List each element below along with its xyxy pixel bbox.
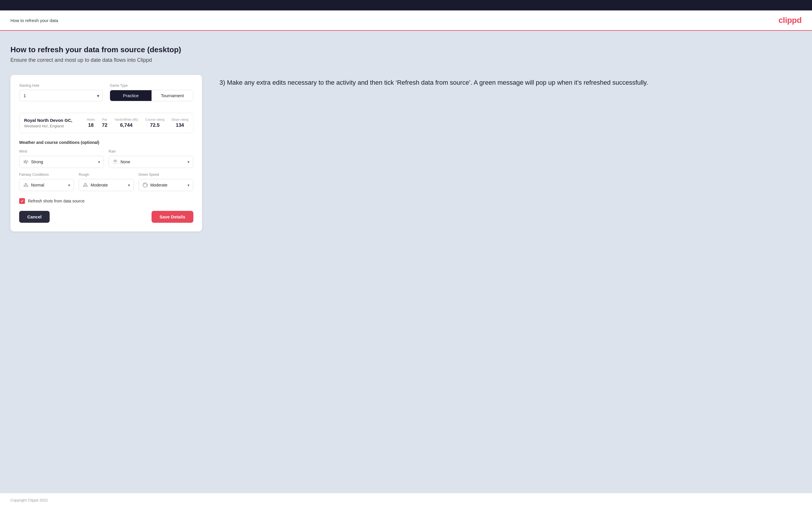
slope-value: 134 xyxy=(171,122,189,128)
rain-icon xyxy=(112,159,118,165)
par-label: Par xyxy=(102,118,107,121)
cancel-button[interactable]: Cancel xyxy=(19,211,50,223)
main-content: How to refresh your data from source (de… xyxy=(0,31,812,493)
page-heading: How to refresh your data from source (de… xyxy=(10,45,802,54)
rain-select[interactable]: None ▾ xyxy=(109,156,193,168)
footer: Copyright Clippd 2022 xyxy=(0,493,812,507)
weather-section: Weather and course conditions (optional)… xyxy=(19,140,193,191)
conditions-grid-bottom: Fairway Conditions Normal ▾ xyxy=(19,173,193,191)
course-stat-holes: Holes 18 xyxy=(87,118,95,128)
rain-label: Rain xyxy=(109,149,193,154)
tournament-toggle-btn[interactable]: Tournament xyxy=(152,90,193,101)
wind-field: Wind Strong ▾ xyxy=(19,149,104,168)
svg-point-0 xyxy=(114,160,116,162)
course-stat-course-rating: Course rating 72.5 xyxy=(145,118,164,128)
copyright-text: Copyright Clippd 2022 xyxy=(10,498,48,502)
slope-label: Slope rating xyxy=(171,118,189,121)
green-speed-chevron-icon: ▾ xyxy=(188,183,190,187)
course-stat-yards: Yards/White (M)) 6,744 xyxy=(114,118,138,128)
side-description-text: 3) Make any extra edits necessary to the… xyxy=(219,78,802,87)
top-bar xyxy=(0,0,812,10)
rough-icon xyxy=(83,182,88,188)
course-location: Westward Ho!, England xyxy=(24,124,80,128)
holes-value: 18 xyxy=(87,122,95,128)
wind-label: Wind xyxy=(19,149,104,154)
side-description: 3) Make any extra edits necessary to the… xyxy=(219,75,802,87)
rain-field: Rain None ▾ xyxy=(109,149,193,168)
course-name: Royal North Devon GC, xyxy=(24,118,80,123)
svg-point-1 xyxy=(25,183,27,185)
starting-hole-wrapper: 1 ▾ xyxy=(19,90,103,101)
course-name-block: Royal North Devon GC, Westward Ho!, Engl… xyxy=(24,118,80,128)
green-speed-icon xyxy=(142,182,148,188)
course-stat-slope: Slope rating 134 xyxy=(171,118,189,128)
header-title: How to refresh your data xyxy=(10,18,58,23)
starting-game-row: Starting Hole 1 ▾ Game Type Practice Tou… xyxy=(19,83,193,108)
course-info-box: Royal North Devon GC, Westward Ho!, Engl… xyxy=(19,113,193,133)
refresh-checkbox-row: Refresh shots from data source xyxy=(19,198,193,204)
wind-select[interactable]: Strong ▾ xyxy=(19,156,104,168)
wind-icon xyxy=(23,159,29,165)
green-speed-select[interactable]: Moderate ▾ xyxy=(139,179,193,191)
game-type-section: Game Type Practice Tournament xyxy=(110,83,193,101)
header: How to refresh your data clippd xyxy=(0,10,812,31)
game-type-label: Game Type xyxy=(110,83,193,88)
green-speed-label: Green Speed xyxy=(139,173,193,177)
green-speed-field: Green Speed Moderate ▾ xyxy=(139,173,193,191)
fairway-select[interactable]: Normal ▾ xyxy=(19,179,74,191)
course-rating-value: 72.5 xyxy=(145,122,164,128)
fairway-field: Fairway Conditions Normal ▾ xyxy=(19,173,74,191)
course-rating-label: Course rating xyxy=(145,118,164,121)
fairway-chevron-icon: ▾ xyxy=(68,183,70,187)
save-button[interactable]: Save Details xyxy=(152,211,193,223)
form-actions: Cancel Save Details xyxy=(19,211,193,223)
yards-label: Yards/White (M)) xyxy=(114,118,138,121)
refresh-checkbox[interactable] xyxy=(19,198,25,204)
rough-select[interactable]: Moderate ▾ xyxy=(79,179,134,191)
game-type-toggle: Practice Tournament xyxy=(110,90,193,101)
rough-label: Rough xyxy=(79,173,134,177)
course-stat-par: Par 72 xyxy=(102,118,107,128)
starting-hole-label: Starting Hole xyxy=(19,83,103,88)
rain-value: None xyxy=(120,160,185,164)
logo: clippd xyxy=(779,16,802,25)
conditions-grid-top: Wind Strong ▾ xyxy=(19,149,193,168)
holes-label: Holes xyxy=(87,118,95,121)
fairway-value: Normal xyxy=(31,183,66,187)
par-value: 72 xyxy=(102,122,107,128)
practice-toggle-btn[interactable]: Practice xyxy=(110,90,152,101)
content-row: Starting Hole 1 ▾ Game Type Practice Tou… xyxy=(10,75,802,231)
rain-chevron-icon: ▾ xyxy=(188,160,190,164)
svg-point-2 xyxy=(85,183,86,185)
rough-value: Moderate xyxy=(91,183,125,187)
form-card: Starting Hole 1 ▾ Game Type Practice Tou… xyxy=(10,75,202,231)
fairway-icon xyxy=(23,182,29,188)
starting-hole-select[interactable]: 1 xyxy=(19,90,103,101)
green-speed-value: Moderate xyxy=(150,183,185,187)
weather-section-title: Weather and course conditions (optional) xyxy=(19,140,193,145)
starting-hole-section: Starting Hole 1 ▾ xyxy=(19,83,103,101)
wind-chevron-icon: ▾ xyxy=(98,160,100,164)
rough-chevron-icon: ▾ xyxy=(128,183,130,187)
fairway-label: Fairway Conditions xyxy=(19,173,74,177)
yards-value: 6,744 xyxy=(114,122,138,128)
rough-field: Rough Moderate ▾ xyxy=(79,173,134,191)
wind-value: Strong xyxy=(31,160,96,164)
page-subheading: Ensure the correct and most up to date d… xyxy=(10,57,802,63)
refresh-checkbox-label: Refresh shots from data source xyxy=(28,199,85,203)
